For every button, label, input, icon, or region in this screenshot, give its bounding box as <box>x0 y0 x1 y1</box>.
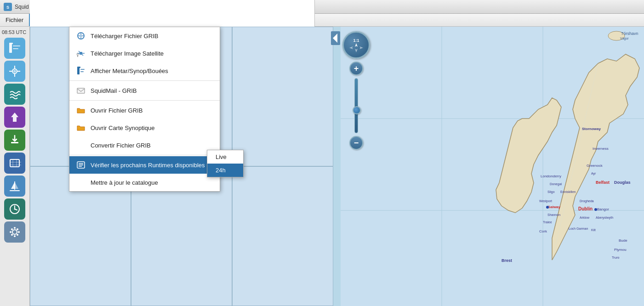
svg-rect-3 <box>9 43 13 44</box>
svg-text:Arklow: Arklow <box>580 216 590 219</box>
zoom-slider[interactable] <box>354 78 358 133</box>
submenu-item-live[interactable]: Live <box>207 150 243 164</box>
dropdown-label-verifier: Vérifier les prochains Runtimes disponib… <box>91 162 205 169</box>
svg-text:Loch Garman: Loch Garman <box>569 227 588 230</box>
svg-marker-28 <box>355 43 358 47</box>
map-image-area: Tórshavn Vágur Stornoway Inverness Green… <box>341 27 644 306</box>
toolbar-btn-6[interactable] <box>4 153 25 174</box>
toolbar-btn-7[interactable] <box>4 176 25 197</box>
svg-text:S: S <box>6 5 9 10</box>
update-icon <box>76 177 86 187</box>
menu-fichier[interactable]: Fichier <box>0 14 29 26</box>
main-dropdown: Télécharger Fichier GRIB <box>69 27 220 192</box>
utc-time: 08:53 UTC <box>0 28 26 36</box>
svg-rect-2 <box>9 44 12 53</box>
compass-button[interactable]: 1:1 <box>342 31 370 59</box>
svg-text:Truro: Truro <box>612 256 620 259</box>
toolbar-btn-2[interactable] <box>4 61 25 82</box>
svg-text:Plymou: Plymou <box>614 248 627 252</box>
mail-icon <box>76 85 86 96</box>
separator-3 <box>69 155 220 155</box>
toolbar-btn-5[interactable] <box>4 130 25 151</box>
dropdown-label-ouvrir-synop: Ouvrir Carte Synoptique <box>91 125 154 131</box>
dropdown-label-ouvrir-grib: Ouvrir Fichier GRIB <box>91 107 142 114</box>
dropdown-label-afficher-metar: Afficher Metar/Synop/Bouées <box>91 68 168 74</box>
svg-text:Inverness: Inverness <box>593 147 609 151</box>
collapse-button[interactable] <box>331 31 340 45</box>
toolbar-btn-3[interactable] <box>4 84 25 105</box>
svg-text:Kilt: Kilt <box>591 228 596 232</box>
zoom-out-button[interactable]: − <box>349 136 363 150</box>
map-svg: Tórshavn Vágur Stornoway Inverness Green… <box>341 27 644 306</box>
svg-text:Dublin: Dublin <box>578 206 593 211</box>
svg-point-26 <box>17 234 18 236</box>
svg-text:Westport: Westport <box>539 199 552 203</box>
dropdown-item-mettre-a-jour[interactable]: Mettre à jour le catalogue <box>69 174 220 191</box>
svg-rect-80 <box>77 67 80 74</box>
svg-text:Donegal: Donegal <box>550 182 562 186</box>
satellite-icon <box>76 31 86 41</box>
dropdown-label-mettre-a-jour: Mettre à jour le catalogue <box>91 179 158 186</box>
svg-point-20 <box>14 235 16 237</box>
separator-2 <box>69 100 220 101</box>
dropdown-item-verifier[interactable]: Vérifier les prochains Runtimes disponib… <box>69 156 220 174</box>
svg-marker-27 <box>333 34 337 43</box>
dropdown-item-afficher-metar[interactable]: Afficher Metar/Synop/Bouées <box>69 62 220 79</box>
svg-text:Aberystwyth: Aberystwyth <box>596 216 613 220</box>
submenu: Live 24h <box>207 150 244 177</box>
svg-text:Tórshavn: Tórshavn <box>621 31 638 36</box>
svg-rect-81 <box>77 67 80 68</box>
dropdown-item-ouvrir-grib[interactable]: Ouvrir Fichier GRIB <box>69 102 220 119</box>
svg-point-67 <box>546 206 549 209</box>
svg-point-22 <box>18 231 20 233</box>
svg-text:Vágur: Vágur <box>620 37 629 40</box>
left-toolbar: 08:53 UTC <box>0 27 30 306</box>
dropdown-item-dl-satellite[interactable]: Télécharger Image Satellite <box>69 45 220 62</box>
svg-text:Stornoway: Stornoway <box>582 127 601 131</box>
svg-point-25 <box>11 234 13 236</box>
svg-text:Drogheda: Drogheda <box>580 199 594 203</box>
svg-marker-30 <box>349 46 353 49</box>
svg-point-24 <box>17 228 18 230</box>
svg-point-11 <box>13 70 16 73</box>
svg-text:Greenock: Greenock <box>587 164 603 168</box>
dropdown-item-convertir[interactable]: Convertir Fichier GRIB <box>69 136 220 154</box>
zoom-slider-thumb[interactable] <box>353 106 361 114</box>
toolbar-btn-9[interactable] <box>4 221 25 243</box>
toolbar-btn-4[interactable] <box>4 107 25 128</box>
svg-rect-13 <box>10 159 19 167</box>
svg-text:Shannon: Shannon <box>547 213 560 216</box>
svg-marker-31 <box>359 46 363 49</box>
svg-rect-12 <box>11 142 18 143</box>
app-icon: S <box>4 3 12 11</box>
svg-point-69 <box>80 34 82 37</box>
svg-text:Tralee: Tralee <box>543 221 552 224</box>
svg-point-19 <box>14 227 16 229</box>
anchor-icon <box>76 66 86 76</box>
toolbar-btn-1[interactable] <box>4 38 25 59</box>
map-cell-3 <box>232 27 333 166</box>
separator-1 <box>69 80 220 81</box>
dropdown-label-convertir: Convertir Fichier GRIB <box>91 142 151 149</box>
svg-text:Ayr: Ayr <box>591 172 596 176</box>
dropdown-item-ouvrir-synop[interactable]: Ouvrir Carte Synoptique <box>69 119 220 136</box>
svg-rect-5 <box>13 48 18 49</box>
svg-text:Galway: Galway <box>547 205 561 209</box>
svg-text:Belfast: Belfast <box>596 180 610 185</box>
svg-point-18 <box>12 230 17 234</box>
empty-icon <box>76 140 86 150</box>
svg-text:Enniskillen: Enniskillen <box>560 190 576 193</box>
folder2-icon <box>76 123 86 133</box>
zoom-in-button[interactable]: + <box>349 62 363 75</box>
svg-rect-82 <box>80 69 85 70</box>
dropdown-label-squidmail: SquidMail - GRIB <box>91 87 137 94</box>
dropdown-item-dl-grib[interactable]: Télécharger Fichier GRIB <box>69 27 220 45</box>
svg-point-66 <box>594 208 597 211</box>
content-area: 1:1 + − <box>30 27 644 306</box>
toolbar-btn-8[interactable] <box>4 198 25 220</box>
submenu-item-24h[interactable]: 24h <box>207 164 243 177</box>
dropdown-item-squidmail[interactable]: SquidMail - GRIB <box>69 82 220 99</box>
folder-icon <box>76 105 86 115</box>
dropdown-label-dl-grib: Télécharger Fichier GRIB <box>91 33 158 40</box>
svg-text:Londonderry: Londonderry <box>541 174 561 178</box>
